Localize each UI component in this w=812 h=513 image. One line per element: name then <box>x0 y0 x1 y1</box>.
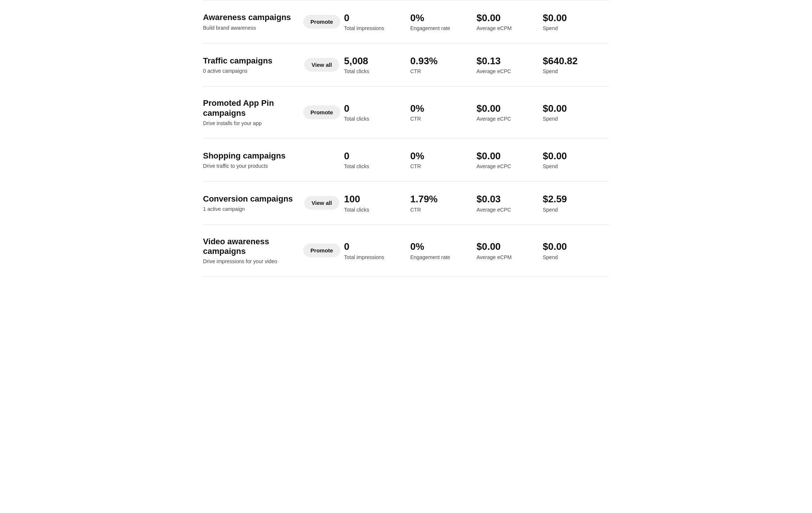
campaign-metric-shopping-0: 0Total clicks <box>344 150 410 169</box>
metric-label-conversion-3: Spend <box>543 207 609 213</box>
campaign-row-awareness: Awareness campaignsBuild brand awareness… <box>203 0 609 43</box>
campaign-row-video-awareness: Video awareness campaignsDrive impressio… <box>203 225 609 277</box>
campaign-title-video-awareness: Video awareness campaigns <box>203 237 299 256</box>
campaign-metric-promoted-app-pin-2: $0.00Average eCPC <box>477 103 543 122</box>
metric-label-conversion-1: CTR <box>410 207 477 213</box>
campaign-metric-video-awareness-2: $0.00Average eCPM <box>477 241 543 260</box>
metric-label-promoted-app-pin-0: Total clicks <box>344 116 410 122</box>
metric-label-shopping-0: Total clicks <box>344 163 410 169</box>
campaign-subtitle-traffic: 0 active campaigns <box>203 68 299 74</box>
metric-value-video-awareness-1: 0% <box>410 241 477 252</box>
metric-label-awareness-3: Spend <box>543 25 609 31</box>
campaign-metric-awareness-0: 0Total impressions <box>344 12 410 31</box>
metric-label-traffic-3: Spend <box>543 68 609 74</box>
campaign-name-col-conversion: Conversion campaigns1 active campaign <box>203 194 299 212</box>
campaign-name-col-awareness: Awareness campaignsBuild brand awareness <box>203 13 299 30</box>
campaign-row-shopping: Shopping campaignsDrive traffic to your … <box>203 138 609 182</box>
campaign-action-button-awareness[interactable]: Promote <box>303 15 341 29</box>
campaign-action-button-promoted-app-pin[interactable]: Promote <box>303 105 341 119</box>
metric-value-video-awareness-0: 0 <box>344 241 410 252</box>
metric-label-video-awareness-0: Total impressions <box>344 254 410 260</box>
campaign-metric-shopping-3: $0.00Spend <box>543 150 609 169</box>
campaign-row-conversion: Conversion campaigns1 active campaignVie… <box>203 182 609 225</box>
metric-label-awareness-2: Average eCPM <box>477 25 543 31</box>
metric-value-promoted-app-pin-2: $0.00 <box>477 103 543 114</box>
campaign-action-col-promoted-app-pin: Promote <box>299 105 344 119</box>
metric-label-promoted-app-pin-2: Average eCPC <box>477 116 543 122</box>
metric-value-traffic-3: $640.82 <box>543 55 609 67</box>
metric-label-video-awareness-1: Engagement rate <box>410 254 477 260</box>
campaign-metric-promoted-app-pin-1: 0%CTR <box>410 103 477 122</box>
campaign-name-col-video-awareness: Video awareness campaignsDrive impressio… <box>203 237 299 265</box>
metric-value-shopping-3: $0.00 <box>543 150 609 162</box>
metric-value-conversion-3: $2.59 <box>543 193 609 205</box>
campaign-metric-awareness-1: 0%Engagement rate <box>410 12 477 31</box>
campaign-metric-traffic-2: $0.13Average eCPC <box>477 55 543 74</box>
metric-value-promoted-app-pin-3: $0.00 <box>543 103 609 114</box>
campaign-metric-promoted-app-pin-3: $0.00Spend <box>543 103 609 122</box>
metric-value-shopping-0: 0 <box>344 150 410 162</box>
metric-value-promoted-app-pin-1: 0% <box>410 103 477 114</box>
campaign-metric-video-awareness-1: 0%Engagement rate <box>410 241 477 260</box>
campaign-metric-video-awareness-0: 0Total impressions <box>344 241 410 260</box>
metric-label-video-awareness-3: Spend <box>543 254 609 260</box>
campaign-row-traffic: Traffic campaigns0 active campaignsView … <box>203 43 609 86</box>
metric-label-shopping-3: Spend <box>543 163 609 169</box>
campaign-name-col-traffic: Traffic campaigns0 active campaigns <box>203 56 299 74</box>
campaign-title-awareness: Awareness campaigns <box>203 13 299 22</box>
metric-value-promoted-app-pin-0: 0 <box>344 103 410 114</box>
metric-value-traffic-0: 5,008 <box>344 55 410 67</box>
campaign-action-col-traffic: View all <box>299 58 344 72</box>
campaign-title-conversion: Conversion campaigns <box>203 194 299 204</box>
campaign-subtitle-awareness: Build brand awareness <box>203 25 299 31</box>
campaign-metric-awareness-3: $0.00Spend <box>543 12 609 31</box>
metric-value-awareness-3: $0.00 <box>543 12 609 24</box>
campaign-subtitle-video-awareness: Drive impressions for your video <box>203 258 299 264</box>
campaign-metric-conversion-1: 1.79%CTR <box>410 193 477 212</box>
campaign-metric-awareness-2: $0.00Average eCPM <box>477 12 543 31</box>
campaign-subtitle-conversion: 1 active campaign <box>203 206 299 212</box>
metric-label-promoted-app-pin-1: CTR <box>410 116 477 122</box>
campaign-subtitle-shopping: Drive traffic to your products <box>203 163 299 169</box>
metric-value-video-awareness-2: $0.00 <box>477 241 543 252</box>
metric-value-awareness-0: 0 <box>344 12 410 24</box>
campaign-metric-traffic-3: $640.82Spend <box>543 55 609 74</box>
metric-value-awareness-1: 0% <box>410 12 477 24</box>
metric-value-shopping-1: 0% <box>410 150 477 162</box>
metric-label-awareness-0: Total impressions <box>344 25 410 31</box>
campaign-title-promoted-app-pin: Promoted App Pin campaigns <box>203 98 299 118</box>
campaign-action-button-traffic[interactable]: View all <box>304 58 340 72</box>
metric-value-conversion-0: 100 <box>344 193 410 205</box>
metric-label-conversion-2: Average eCPC <box>477 207 543 213</box>
metric-value-conversion-1: 1.79% <box>410 193 477 205</box>
campaign-metric-traffic-1: 0.93%CTR <box>410 55 477 74</box>
campaign-name-col-shopping: Shopping campaignsDrive traffic to your … <box>203 151 299 169</box>
campaign-metric-traffic-0: 5,008Total clicks <box>344 55 410 74</box>
metric-label-traffic-0: Total clicks <box>344 68 410 74</box>
campaign-action-col-awareness: Promote <box>299 15 344 29</box>
metric-label-shopping-1: CTR <box>410 163 477 169</box>
metric-label-video-awareness-2: Average eCPM <box>477 254 543 260</box>
metric-label-shopping-2: Average eCPC <box>477 163 543 169</box>
campaign-title-shopping: Shopping campaigns <box>203 151 299 161</box>
campaign-subtitle-promoted-app-pin: Drive installs for your app <box>203 120 299 126</box>
campaign-action-col-video-awareness: Promote <box>299 244 344 257</box>
metric-label-promoted-app-pin-3: Spend <box>543 116 609 122</box>
metric-label-traffic-2: Average eCPC <box>477 68 543 74</box>
metric-value-video-awareness-3: $0.00 <box>543 241 609 252</box>
campaign-metric-video-awareness-3: $0.00Spend <box>543 241 609 260</box>
metric-label-conversion-0: Total clicks <box>344 207 410 213</box>
campaign-title-traffic: Traffic campaigns <box>203 56 299 66</box>
campaign-action-button-conversion[interactable]: View all <box>304 196 340 210</box>
campaign-row-promoted-app-pin: Promoted App Pin campaignsDrive installs… <box>203 86 609 138</box>
campaign-metric-conversion-3: $2.59Spend <box>543 193 609 212</box>
campaign-action-button-video-awareness[interactable]: Promote <box>303 244 341 257</box>
metric-value-traffic-1: 0.93% <box>410 55 477 67</box>
metric-value-shopping-2: $0.00 <box>477 150 543 162</box>
campaign-metric-shopping-2: $0.00Average eCPC <box>477 150 543 169</box>
campaign-metric-promoted-app-pin-0: 0Total clicks <box>344 103 410 122</box>
campaign-name-col-promoted-app-pin: Promoted App Pin campaignsDrive installs… <box>203 98 299 126</box>
metric-label-awareness-1: Engagement rate <box>410 25 477 31</box>
metric-label-traffic-1: CTR <box>410 68 477 74</box>
campaigns-table: Awareness campaignsBuild brand awareness… <box>203 0 609 277</box>
